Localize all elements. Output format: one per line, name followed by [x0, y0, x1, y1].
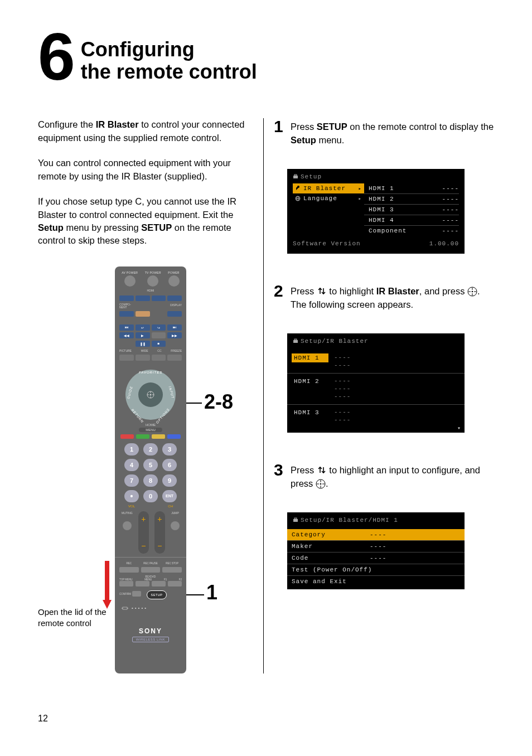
right-column: 1 Press SETUP on the remote control to d… — [263, 118, 494, 673]
toolbox-icon — [293, 517, 298, 523]
setup-screen-3: Setup/IR Blaster/HDMI 1 Category---- Mak… — [287, 512, 465, 589]
pause-button: ❚❚ — [136, 341, 150, 347]
numkey-ent: ENT — [162, 490, 177, 502]
enter-icon — [467, 287, 477, 297]
section-header: 6 Configuring the remote control — [38, 29, 494, 84]
step-number: 6 — [38, 29, 73, 84]
setup-button: SETUP — [147, 590, 167, 599]
svg-rect-22 — [293, 340, 298, 343]
intro-paragraph-3: If you chose setup type C, you cannot us… — [38, 195, 246, 248]
numkey-2: 2 — [143, 443, 158, 455]
power-button — [168, 275, 180, 287]
volume-rocker: +− — [138, 511, 149, 554]
menu-item-ir-blaster: IR Blaster ▸ — [293, 183, 364, 193]
step-1: 1 Press SETUP on the remote control to d… — [274, 118, 494, 147]
rec-stop-button — [162, 567, 182, 573]
step-2: 2 Press to highlight IR Blaster, and pre… — [274, 283, 494, 311]
up-down-arrow-icon — [317, 465, 327, 475]
svg-rect-11 — [293, 176, 298, 178]
component-button — [119, 311, 134, 317]
next-button: ⏭ — [167, 324, 182, 331]
toolbox-icon — [293, 338, 298, 344]
picture-button — [119, 355, 134, 361]
svg-rect-12 — [294, 175, 297, 176]
cc-button — [152, 355, 166, 361]
tv-power-button — [147, 275, 158, 287]
ffwd-button: ▶▶ — [167, 332, 182, 338]
numkey-dot: • — [124, 490, 139, 502]
section-title: Configuring the remote control — [81, 38, 257, 84]
rec-button — [119, 567, 139, 573]
svg-point-25 — [320, 483, 322, 484]
numkey-0: 0 — [143, 490, 158, 502]
blue-button — [167, 434, 181, 439]
green-button — [136, 434, 149, 439]
red-button — [120, 434, 134, 439]
prev-button: ⏮ — [119, 324, 134, 331]
wireless-link-label: WIRELESS LINK — [132, 637, 169, 642]
svg-rect-31 — [294, 518, 297, 519]
numkey-1: 1 — [124, 443, 139, 455]
numkey-6: 6 — [162, 459, 177, 471]
setup-screen-2: Setup/IR Blaster HDMI 1---- ---- HDMI 2-… — [287, 333, 465, 433]
remote-illustration: AV POWER TV POWER POWER HDMI COMPO- NENT… — [115, 266, 246, 673]
hdmi-4-button — [167, 295, 182, 301]
display-button — [167, 311, 182, 317]
wide-button — [136, 355, 150, 361]
yellow-button — [152, 434, 165, 439]
hdmi-1-button — [119, 295, 134, 301]
red-arrow-icon — [101, 561, 113, 610]
play-button: ▶ — [136, 332, 150, 338]
numkey-7: 7 — [124, 474, 139, 487]
svg-point-17 — [472, 291, 473, 293]
sony-logo: SONY — [119, 627, 182, 635]
lid-caption: Open the lid of the remote control — [38, 607, 110, 628]
freeze-button — [167, 355, 182, 361]
channel-rocker: +− — [154, 511, 165, 554]
scroll-down-icon: ▾ — [287, 425, 465, 433]
callout-setup: 1 — [206, 581, 217, 604]
jump-button — [171, 521, 180, 530]
rewind-button: ◀◀ — [119, 332, 134, 338]
advance-button: ↪ — [152, 324, 166, 331]
enter-icon — [316, 479, 326, 489]
svg-rect-23 — [294, 339, 297, 340]
numkey-3: 3 — [162, 443, 177, 455]
av-power-button — [124, 275, 136, 287]
step-3: 3 Press to highlight an input to configu… — [274, 462, 494, 490]
rec-pause-button — [141, 567, 161, 573]
dpad-enter — [138, 382, 163, 407]
up-down-arrow-icon — [317, 286, 327, 296]
dpad: FAVORITES GUIDE INPUT RETURN OPTIONS — [125, 370, 176, 420]
wrench-icon — [295, 186, 301, 191]
theater-button — [136, 311, 150, 317]
toolbox-icon — [293, 174, 298, 180]
svg-rect-6 — [123, 607, 127, 609]
link-icon — [122, 605, 128, 612]
muting-button — [123, 521, 132, 530]
left-column: Configure the IR Blaster to control your… — [38, 118, 263, 673]
numkey-8: 8 — [143, 474, 158, 487]
numkey-9: 9 — [162, 474, 177, 487]
globe-icon — [295, 196, 301, 201]
numkey-5: 5 — [143, 459, 158, 471]
intro-paragraph-2: You can control connected equipment with… — [38, 157, 246, 183]
callout-dpad: 2-8 — [204, 390, 233, 414]
menu-item-language: Language ▸ — [293, 193, 364, 203]
replay-button: ↩ — [136, 324, 150, 331]
svg-rect-30 — [293, 519, 298, 522]
stop-button: ■ — [152, 341, 166, 347]
hdmi-3-button — [152, 295, 166, 301]
numkey-4: 4 — [124, 459, 139, 471]
svg-point-1 — [150, 394, 152, 395]
menu-label: MENU — [139, 428, 162, 432]
hdmi-2-button — [136, 295, 150, 301]
page-number: 12 — [38, 714, 48, 724]
intro-paragraph-1: Configure the IR Blaster to control your… — [38, 118, 246, 144]
setup-screen-1: Setup IR Blaster ▸ Language — [287, 169, 465, 254]
